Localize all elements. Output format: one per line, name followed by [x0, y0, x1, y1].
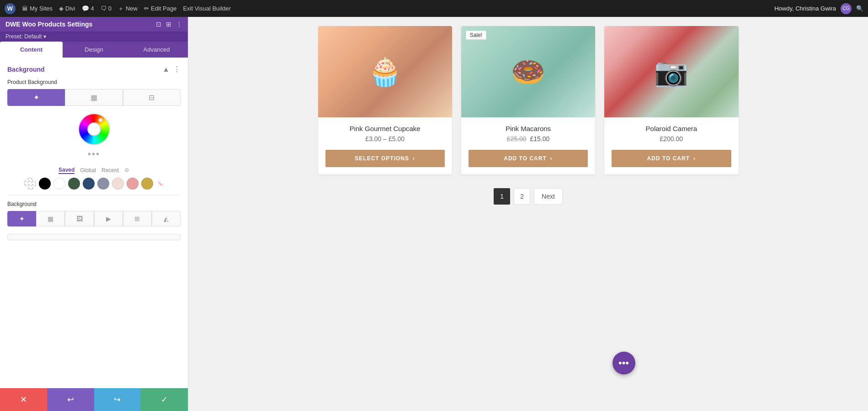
cancel-button[interactable]: ✕ [0, 388, 47, 411]
product-image-wrap-2: 🍩 Sale! [461, 26, 595, 117]
content-area: 🧁 Pink Gourmet Cupcake £3.00 – £5.00 SEL… [188, 17, 868, 411]
preset-label: Preset: Default [5, 33, 42, 40]
color-wheel-inner [87, 122, 101, 136]
avatar[interactable]: CG [841, 3, 852, 14]
bg-type-row2: ✦ ▦ 🖼 ▶ ⊞ ◭ [7, 211, 181, 227]
top-bar: W 🏛 My Sites ◈ Divi 💬 4 🗨 0 ＋ New ✏ Edit… [0, 0, 868, 17]
fab-button[interactable]: ••• [612, 352, 635, 374]
redo-button[interactable]: ↪ [94, 388, 141, 411]
top-bar-right: Howdy, Christina Gwira CG 🔍 [774, 3, 863, 14]
section-title-background: Background [7, 66, 45, 73]
comments-link[interactable]: 💬 4 [82, 5, 94, 12]
tab-advanced[interactable]: Advanced [125, 42, 188, 58]
product-card-3: 📷 Polaroid Camera £200.00 ADD TO CART › [604, 26, 738, 174]
arrow-right-icon-1: › [413, 155, 415, 162]
arrow-right-icon-3: › [693, 155, 696, 162]
product-name-3: Polaroid Camera [646, 125, 698, 132]
panel-more-icon[interactable]: ⋮ [176, 21, 182, 28]
chat-link[interactable]: 🗨 0 [101, 5, 112, 12]
undo-button[interactable]: ↩ [47, 388, 94, 411]
swatches-row: ⟍ [7, 178, 181, 190]
panel-icon-group: ⊡ ⊞ ⋮ [156, 21, 182, 28]
bg2-type-pattern-btn[interactable]: ⊞ [123, 211, 152, 227]
settings-panel: DWE Woo Products Settings ⊡ ⊞ ⋮ Preset: … [0, 17, 188, 411]
bg2-type-color-btn[interactable]: ✦ [7, 211, 36, 227]
more-colors-btn[interactable]: ••• [88, 149, 100, 159]
swatch-pink[interactable] [127, 178, 138, 190]
divider [7, 195, 181, 195]
search-icon[interactable]: 🔍 [856, 5, 863, 12]
bg-label2: Background [7, 201, 181, 207]
bg2-type-mask-btn[interactable]: ◭ [152, 211, 181, 227]
swatch-grayblue[interactable] [97, 178, 109, 190]
add-to-cart-button-2[interactable]: ADD TO CART › [469, 150, 588, 167]
color-value-input[interactable] [7, 234, 181, 240]
product-grid: 🧁 Pink Gourmet Cupcake £3.00 – £5.00 SEL… [318, 26, 739, 174]
product-image-camera: 📷 [604, 26, 738, 117]
swatch-gold[interactable] [141, 178, 153, 190]
panel-title: DWE Woo Products Settings [5, 21, 92, 28]
product-name-2: Pink Macarons [506, 125, 551, 132]
collapse-icon[interactable]: ▲ [162, 65, 170, 74]
tab-content[interactable]: Content [0, 42, 63, 58]
edit-page-link[interactable]: ✏ Edit Page [144, 5, 176, 12]
section-more-icon[interactable]: ⋮ [173, 65, 181, 74]
divi-link[interactable]: ◈ Divi [59, 5, 75, 12]
swatches-tabs: Saved Global Recent ⚙ [7, 167, 181, 174]
panel-resize-icon[interactable]: ⊡ [156, 21, 161, 28]
erase-color-icon[interactable]: ⟍ [156, 179, 164, 189]
select-options-button-1[interactable]: SELECT OPTIONS › [325, 150, 445, 167]
product-bg-label: Product Background [7, 79, 181, 85]
panel-grid-icon[interactable]: ⊞ [166, 21, 171, 28]
bg2-type-image-btn[interactable]: 🖼 [65, 211, 94, 227]
tabs-row: Content Design Advanced [0, 42, 188, 58]
product-card-2: 🍩 Sale! Pink Macarons £25.00 £15.00 ADD … [461, 26, 595, 174]
building-icon: 🏛 [22, 5, 28, 12]
swatch-transparent[interactable] [24, 178, 36, 190]
confirm-button[interactable]: ✓ [141, 388, 188, 411]
swatches-saved-tab[interactable]: Saved [59, 167, 75, 174]
preset-bar[interactable]: Preset: Default ▾ [0, 32, 188, 42]
swatch-darkgreen[interactable] [68, 178, 80, 190]
page-button-1[interactable]: 1 [494, 188, 510, 205]
bg-type-gradient-btn[interactable]: ▦ [65, 89, 122, 106]
swatch-white[interactable] [53, 178, 65, 190]
tab-design[interactable]: Design [63, 42, 125, 58]
user-greeting: Howdy, Christina Gwira [774, 5, 836, 12]
swatch-lightpink[interactable] [112, 178, 124, 190]
top-bar-left: W 🏛 My Sites ◈ Divi 💬 4 🗨 0 ＋ New ✏ Edit… [5, 3, 767, 14]
bg-type-image-btn[interactable]: ⊟ [123, 89, 181, 106]
color-wheel[interactable] [78, 113, 110, 145]
sale-badge-2: Sale! [466, 31, 486, 40]
wordpress-icon[interactable]: W [5, 3, 16, 14]
product-info-3: Polaroid Camera £200.00 ADD TO CART › [604, 117, 738, 174]
arrow-right-icon-2: › [550, 155, 553, 162]
product-info-1: Pink Gourmet Cupcake £3.00 – £5.00 SELEC… [318, 117, 452, 174]
product-image-macarons: 🍩 [461, 26, 595, 117]
color-input-row [7, 234, 181, 240]
swatches-section: Saved Global Recent ⚙ ⟍ [7, 167, 181, 190]
mysites-link[interactable]: 🏛 My Sites [22, 5, 53, 12]
swatches-recent-tab[interactable]: Recent [101, 167, 119, 174]
swatch-darkblue[interactable] [83, 178, 95, 190]
swatches-settings-icon[interactable]: ⚙ [124, 167, 129, 174]
product-image-cupcake: 🧁 [318, 26, 452, 117]
new-link[interactable]: ＋ New [118, 5, 138, 13]
page-next-button[interactable]: Next [534, 188, 563, 205]
fab-dots-icon: ••• [618, 357, 629, 369]
swatches-global-tab[interactable]: Global [80, 167, 96, 174]
bg2-type-video-btn[interactable]: ▶ [94, 211, 123, 227]
product-name-1: Pink Gourmet Cupcake [350, 125, 421, 132]
bg2-type-gradient-btn[interactable]: ▦ [36, 211, 65, 227]
section-icon-group: ▲ ⋮ [162, 65, 181, 74]
chat-icon: 🗨 [101, 5, 107, 12]
page-button-2[interactable]: 2 [514, 188, 530, 205]
background-section-header: Background ▲ ⋮ [7, 65, 181, 74]
exit-visual-builder-link[interactable]: Exit Visual Builder [183, 5, 231, 12]
swatch-black[interactable] [39, 178, 51, 190]
add-to-cart-button-3[interactable]: ADD TO CART › [612, 150, 731, 167]
bg-type-color-btn[interactable]: ✦ [7, 89, 65, 106]
product-image-wrap-1: 🧁 [318, 26, 452, 117]
panel-content: Background ▲ ⋮ Product Background ✦ ▦ ⊟ … [0, 58, 188, 388]
pencil-icon: ✏ [144, 5, 149, 12]
